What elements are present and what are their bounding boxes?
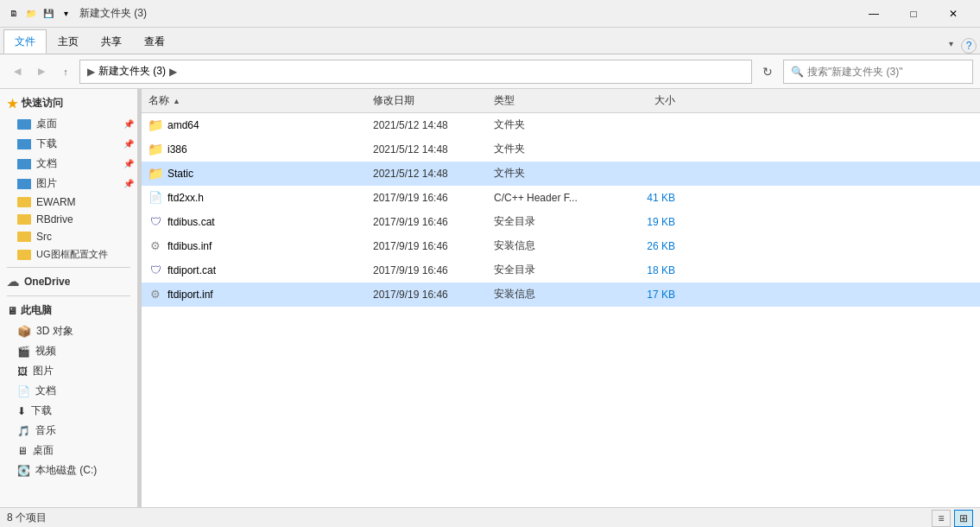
col-header-date[interactable]: 修改日期 [373, 93, 494, 108]
sidebar-item-pictures2[interactable]: 🖼 图片 [0, 361, 137, 381]
sidebar-item-label: 文档 [35, 384, 56, 398]
sidebar-item-label: 下载 [36, 137, 57, 151]
folder-blue-icon [17, 119, 31, 130]
sidebar-item-documents2[interactable]: 📄 文档 [0, 381, 137, 401]
up-button[interactable]: ↑ [55, 61, 76, 82]
sidebar-item-pictures[interactable]: 图片 📌 [0, 174, 137, 194]
item-type: 安装信息 [494, 238, 606, 253]
onedrive-label: OneDrive [24, 276, 70, 288]
list-view-button[interactable]: ≡ [932, 510, 951, 527]
sidebar-item-label: 下载 [31, 403, 52, 418]
sidebar-item-3dobjects[interactable]: 📦 3D 对象 [0, 321, 137, 341]
file-item-amd64[interactable]: 📁 amd64 2021/5/12 14:48 文件夹 [142, 113, 980, 137]
tab-share[interactable]: 共享 [90, 29, 133, 54]
sidebar-item-documents[interactable]: 文档 📌 [0, 154, 137, 174]
pin-icon: 📌 [123, 119, 134, 129]
sidebar-item-ewarm[interactable]: EWARM [0, 194, 137, 211]
document-icon: 📄 [17, 385, 30, 397]
sidebar-item-videos[interactable]: 🎬 视频 [0, 341, 137, 361]
folder-file-icon: 📁 [148, 142, 164, 157]
file-item-ftdiport-cat[interactable]: 🛡 ftdiport.cat 2017/9/19 16:46 安全目录 18 K… [142, 258, 980, 283]
item-type: 文件夹 [494, 142, 606, 156]
help-button[interactable]: ? [961, 38, 977, 54]
sidebar-item-downloads2[interactable]: ⬇ 下载 [0, 401, 137, 421]
cloud-icon: ☁ [7, 275, 19, 289]
sidebar-item-music[interactable]: 🎵 音乐 [0, 421, 137, 441]
tab-view[interactable]: 查看 [133, 29, 176, 54]
file-name-label: Static [168, 168, 193, 180]
item-name: 📄 ftd2xx.h [149, 191, 373, 205]
download-icon: ⬇ [17, 405, 26, 417]
item-size: 19 KB [606, 216, 675, 228]
address-bar: ◀ ▶ ↑ ▶ 新建文件夹 (3) ▶ ↻ 🔍 [0, 54, 980, 89]
item-date: 2017/9/19 16:46 [373, 289, 494, 301]
sidebar-item-downloads[interactable]: 下载 📌 [0, 134, 137, 154]
item-date: 2021/5/12 14:48 [373, 143, 494, 156]
grid-view-button[interactable]: ⊞ [954, 510, 973, 527]
sidebar-item-desktop[interactable]: 桌面 📌 [0, 114, 137, 134]
window-controls: — □ ✕ [854, 0, 973, 28]
sidebar-item-rbdrive[interactable]: RBdrive [0, 211, 137, 228]
file-item-i386[interactable]: 📁 i386 2021/5/12 14:48 文件夹 [142, 137, 980, 162]
sidebar-item-desktop2[interactable]: 🖥 桌面 [0, 441, 137, 460]
sidebar-quick-access-header[interactable]: ★ 快速访问 [0, 92, 137, 114]
col-header-type[interactable]: 类型 [494, 93, 606, 108]
folder-yellow-icon [17, 214, 31, 225]
music-icon: 🎵 [17, 425, 30, 437]
file-item-ftd2xx[interactable]: 📄 ftd2xx.h 2017/9/19 16:46 C/C++ Header … [142, 186, 980, 210]
file-item-ftdiport-inf[interactable]: ⚙ ftdiport.inf 2017/9/19 16:46 安装信息 17 K… [142, 283, 980, 307]
sidebar-thispc-header[interactable]: 🖥 此电脑 [0, 300, 137, 321]
search-input[interactable] [807, 66, 965, 78]
folder-yellow-icon [17, 250, 31, 260]
sidebar-item-src[interactable]: Src [0, 228, 137, 245]
file-item-static[interactable]: 📁 Static 2021/5/12 14:48 文件夹 [142, 162, 980, 186]
main-area: ★ 快速访问 桌面 📌 下载 📌 文档 📌 图片 📌 EWARM [0, 89, 980, 507]
file-item-ftdibus-inf[interactable]: ⚙ ftdibus.inf 2017/9/19 16:46 安装信息 26 KB [142, 234, 980, 258]
title-save-icon: 💾 [41, 7, 55, 21]
search-box[interactable]: 🔍 [783, 60, 973, 84]
folder-file-icon: 📁 [148, 166, 164, 181]
minimize-button[interactable]: — [854, 0, 894, 28]
file-name-label: amd64 [168, 119, 199, 131]
sidebar-item-label: 文档 [36, 156, 57, 171]
maximize-button[interactable]: □ [894, 0, 933, 28]
item-type: 安全目录 [494, 214, 606, 229]
ribbon-expand-button[interactable]: ▾ [940, 33, 961, 54]
item-size: 41 KB [606, 192, 675, 204]
inf-file-icon2: ⚙ [149, 288, 162, 302]
quick-access-label: 快速访问 [22, 96, 63, 111]
item-size: 26 KB [606, 240, 675, 252]
forward-button[interactable]: ▶ [31, 61, 52, 82]
folder-yellow-icon [17, 197, 31, 207]
item-size: 17 KB [606, 289, 675, 301]
title-folder-icon: 📁 [24, 7, 38, 21]
view-controls: ≡ ⊞ [932, 510, 973, 527]
item-date: 2017/9/19 16:46 [373, 240, 494, 252]
folder-icon: 📁 [149, 167, 162, 181]
sidebar-item-ugconfig[interactable]: UG图框配置文件 [0, 245, 137, 264]
folder-icon: 📁 [149, 118, 162, 132]
sidebar-item-local-disk[interactable]: 💽 本地磁盘 (C:) [0, 460, 137, 480]
address-path[interactable]: ▶ 新建文件夹 (3) ▶ [79, 60, 752, 84]
file-item-ftdibus-cat[interactable]: 🛡 ftdibus.cat 2017/9/19 16:46 安全目录 19 KB [142, 210, 980, 234]
cat-icon: 🛡 [150, 215, 161, 228]
sidebar-item-label: RBdrive [36, 213, 73, 225]
h-file-icon: 📄 [149, 191, 162, 204]
status-bar: 8 个项目 ≡ ⊞ [0, 507, 980, 527]
tab-file[interactable]: 文件 [3, 29, 47, 54]
file-name-label: ftdibus.inf [168, 240, 212, 252]
col-header-name[interactable]: 名称 ▲ [149, 93, 373, 108]
col-header-size[interactable]: 大小 [606, 93, 675, 108]
file-name-label: ftd2xx.h [168, 192, 204, 204]
sidebar-onedrive-header[interactable]: ☁ OneDrive [0, 271, 137, 292]
file-list-header: 名称 ▲ 修改日期 类型 大小 [142, 89, 980, 113]
close-button[interactable]: ✕ [933, 0, 973, 28]
item-name: 📁 amd64 [149, 118, 373, 132]
cat-file-icon2: 🛡 [149, 264, 162, 277]
tab-home[interactable]: 主页 [47, 29, 90, 54]
title-dropdown-icon[interactable]: ▾ [59, 7, 73, 21]
3d-icon: 📦 [17, 325, 31, 338]
refresh-button[interactable]: ↻ [756, 60, 780, 84]
back-button[interactable]: ◀ [7, 61, 28, 82]
folder-icon [17, 139, 31, 149]
